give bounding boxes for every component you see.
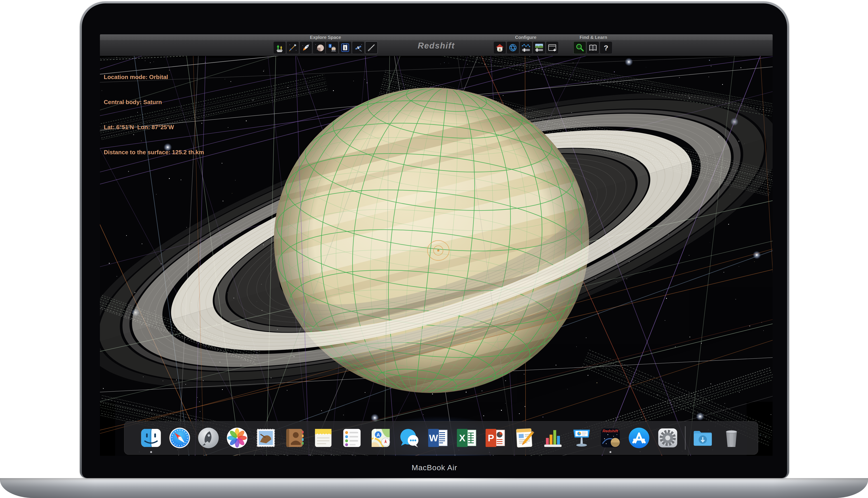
toolbar-section-explore-space: Explore Space [310, 35, 341, 40]
dome-icon[interactable] [312, 41, 325, 54]
search-icon[interactable] [573, 41, 586, 54]
satellite-icon[interactable] [352, 41, 365, 54]
calendar-icon[interactable]: 1 [339, 41, 352, 54]
find-learn-buttons: ? [573, 41, 612, 54]
status-panel: Location mode: Orbital Central body: Sat… [104, 56, 204, 173]
home-icon[interactable] [494, 41, 506, 54]
laptop-base [0, 478, 868, 498]
word-glyph: W [429, 433, 438, 443]
dock-item-keynote[interactable] [570, 427, 593, 449]
dock-item-messages[interactable] [398, 427, 421, 449]
toolbar-section-configure: Configure [515, 35, 536, 40]
dock-item-downloads[interactable] [691, 427, 714, 449]
observer-icon[interactable] [326, 41, 339, 54]
dock: A W X P [124, 421, 758, 455]
display: Explore Space Configure Find & Learn Red… [100, 34, 773, 456]
calendar-day-glyph: 1 [344, 45, 346, 50]
running-indicator [610, 451, 611, 453]
book-icon[interactable] [587, 41, 599, 54]
dock-item-notes[interactable] [312, 427, 335, 449]
screen-bezel: Explore Space Configure Find & Learn Red… [82, 3, 787, 478]
spacecraft-icon[interactable] [286, 41, 299, 54]
wireframe-globe-icon[interactable] [507, 41, 519, 54]
status-distance: Distance to the surface: 125.2 th.km [104, 148, 204, 157]
macbook-air-device: Explore Space Configure Find & Learn Red… [0, 0, 868, 498]
base-left-shade [0, 478, 95, 498]
redshift-logo: Redshift [418, 41, 455, 51]
explore-space-buttons: 1 [273, 41, 378, 54]
status-central-body: Central body: Saturn [104, 98, 204, 106]
base-right-shade [773, 478, 868, 498]
new-window-icon[interactable] [546, 41, 559, 54]
star-chart-slider-icon[interactable] [520, 41, 532, 54]
dock-item-trash[interactable] [720, 427, 743, 449]
status-lat-lon: Lat: 6°51'N Lon: 87°25'W [104, 123, 204, 131]
maps-pin-glyph: A [376, 432, 380, 438]
rocket-icon[interactable] [299, 41, 312, 54]
dock-item-system-preferences[interactable] [656, 427, 679, 449]
dock-item-pages[interactable] [513, 427, 536, 449]
help-glyph: ? [604, 44, 608, 52]
dock-item-mail[interactable] [254, 427, 277, 449]
toolbar-section-find-learn: Find & Learn [579, 35, 607, 40]
dock-item-contacts[interactable] [283, 427, 306, 449]
dock-item-excel[interactable]: X [455, 427, 478, 449]
app-toolbar: Explore Space Configure Find & Learn Red… [100, 34, 773, 56]
dock-item-word[interactable]: W [426, 427, 450, 449]
dock-item-finder[interactable] [139, 427, 163, 449]
dock-divider [685, 426, 686, 450]
panorama-slider-icon[interactable] [533, 41, 546, 54]
laptop-lid: Explore Space Configure Find & Learn Red… [80, 1, 789, 478]
question-mark-icon[interactable]: ? [600, 41, 612, 54]
running-indicator [150, 451, 152, 453]
ascend-arrows-icon[interactable] [273, 41, 286, 54]
dock-item-app-store[interactable] [627, 427, 651, 449]
configure-buttons [494, 41, 559, 54]
dock-item-photos[interactable] [226, 427, 248, 449]
status-location-mode: Location mode: Orbital [104, 73, 204, 81]
powerpoint-glyph: P [488, 433, 494, 443]
dock-item-safari[interactable] [168, 427, 191, 449]
diagonal-pointer-icon[interactable] [365, 41, 378, 54]
excel-glyph: X [459, 433, 465, 443]
dock-item-redshift[interactable]: Redshift [599, 427, 622, 449]
hinge-notch [353, 478, 515, 482]
dock-item-launchpad[interactable] [197, 427, 220, 449]
redshift-icon-label: Redshift [602, 429, 618, 433]
dock-item-powerpoint[interactable]: P [484, 427, 507, 449]
dock-item-reminders[interactable] [341, 427, 363, 449]
dock-item-numbers[interactable] [541, 427, 564, 449]
dock-item-maps[interactable]: A [369, 427, 392, 449]
model-label: MacBook Air [82, 463, 787, 472]
